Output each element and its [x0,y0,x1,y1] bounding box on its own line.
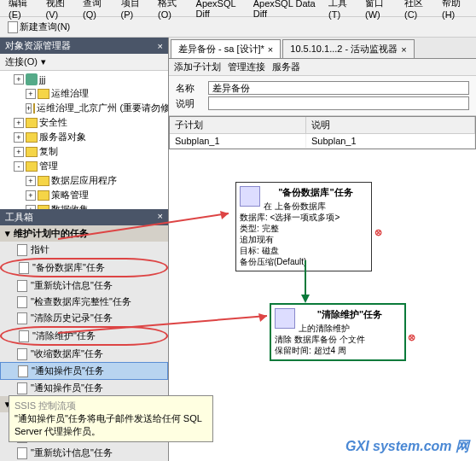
menu-item[interactable]: 窗口(W) [360,0,398,21]
object-explorer-title: 对象资源管理器 [5,39,71,52]
toolbox-item[interactable]: "清除维护"任务 [0,326,168,346]
close-icon[interactable]: × [268,44,273,55]
expander-icon[interactable]: + [26,103,32,114]
desc-input[interactable] [208,96,469,110]
expander-icon[interactable]: + [14,74,24,85]
tree-label: 策略管理 [51,189,89,201]
menu-item[interactable]: ApexSQL Diff [191,0,247,20]
expander-icon[interactable]: - [14,161,24,172]
expander-icon[interactable]: + [26,89,36,99]
manage-connections-button[interactable]: 管理连接 [228,61,265,73]
maintenance-cleanup-task[interactable]: "清除维护"任务 上的清除维护 清除 数据库备份 个文件 保留时间: 超过4 周… [270,303,406,361]
tree-node[interactable]: -管理 [2,159,166,173]
menu-item[interactable]: 工具(T) [323,0,358,21]
toolbox-header: 工具箱 × [0,209,168,225]
expander-icon[interactable]: + [14,147,24,157]
table-row[interactable]: Subplan_1 Subplan_1 [170,134,475,149]
tree-label: 管理 [39,160,58,172]
toolbox-item-label: "清除历史记录"任务 [31,312,113,324]
expander-icon[interactable]: + [14,132,24,143]
tree-label: 运维治理_北京广州 (重要请勿修改) [37,102,168,114]
close-icon[interactable]: × [401,44,406,55]
menu-item[interactable]: ApexSQL Data Diff [248,0,322,20]
delete-icon[interactable]: ⊗ [374,227,386,239]
name-label: 名称 [176,82,201,95]
tree-node[interactable]: +安全性 [2,115,166,130]
tab-design[interactable]: 差异备份 - sa [设计]* × [171,39,281,58]
dropdown-icon[interactable]: ▾ [41,56,46,67]
tree-node[interactable]: +数据层应用程序 [2,173,166,188]
toolbox-item[interactable]: "检查数据库完整性"任务 [0,294,168,310]
toolbox-item[interactable]: "备份数据库"任务 [0,258,168,277]
tree-node[interactable]: +运维治理 [2,86,166,101]
tree-label: 安全性 [39,116,67,129]
tree-node[interactable]: +策略管理 [2,188,166,202]
toolbox-tooltip: SSIS 控制流项 "通知操作员"任务将电子邮件发送给任何 SQL Server… [9,395,213,442]
task-connector [297,260,314,303]
toolbox-item[interactable]: "通知操作员"任务 [0,380,168,396]
toolbox-items: 指针"备份数据库"任务"重新统计信息"任务"检查数据库完整性"任务"清除历史记录… [0,242,168,396]
name-input[interactable] [208,81,469,95]
menu-item[interactable]: 项目(P) [116,0,152,21]
toolbox-item[interactable]: "清除历史记录"任务 [0,310,168,326]
task-detail: 类型: 完整 [240,223,368,234]
toolbox-item-label: "收缩数据库"任务 [31,347,103,360]
tooltip-text: "通知操作员"任务将电子邮件发送给任何 SQL Server 代理操作员。 [15,412,207,438]
toolbox-item-label: "备份数据库"任务 [32,261,105,274]
toolbox-item-label: "通知操作员"任务 [32,365,104,377]
object-explorer-tree[interactable]: +jjj+运维治理+运维治理_北京广州 (重要请勿修改)+安全性+服务器对象+复… [0,71,168,209]
toolbox-item[interactable]: 指针 [0,242,168,258]
delete-icon[interactable]: ⊗ [408,332,420,344]
document-icon [8,21,18,33]
toolbox-item[interactable]: "重新统计信息"任务 [0,277,168,294]
expander-icon[interactable]: + [26,176,36,186]
tree-node[interactable]: +jjj [2,73,166,86]
tree-node[interactable]: +数据收集 [2,202,166,209]
menubar: 编辑(E) 视图(V) 查询(Q) 项目(P) 格式(O) ApexSQL Di… [0,0,476,17]
tree-node[interactable]: +服务器对象 [2,130,166,144]
menu-item[interactable]: 社区(C) [399,0,435,21]
subplan-grid: 子计划 说明 Subplan_1 Subplan_1 [169,116,476,149]
toolbox-item-label: "重新统计信息"任务 [31,279,113,292]
tree-node[interactable]: +运维治理_北京广州 (重要请勿修改) [2,101,166,115]
grid-header-desc: 说明 [306,117,475,133]
chevron-down-icon: ▾ [5,228,10,239]
svg-marker-5 [258,313,267,322]
toolbox-category[interactable]: ▾ 维护计划中的任务 [0,225,168,242]
task-icon [19,330,29,342]
servers-button[interactable]: 服务器 [272,61,300,73]
object-explorer-toolbar: 连接(O) ▾ [0,54,168,71]
tree-label: 服务器对象 [39,131,86,143]
backup-database-task[interactable]: "备份数据库"任务 在 上备份数据库 数据库: <选择一项或多项> 类型: 完整… [235,182,372,271]
right-content: 差异备份 - sa [设计]* × 10.5.10.1...2 - 活动监视器 … [169,38,476,461]
close-icon[interactable]: × [158,41,163,51]
toolbox-category-label: 维护计划中的任务 [14,227,89,240]
expander-icon[interactable]: + [14,118,24,128]
connect-button[interactable]: 连接(O) [5,55,38,68]
close-icon[interactable]: × [158,211,163,224]
folder-icon [26,147,38,157]
tree-node[interactable]: +复制 [2,144,166,159]
new-query-button[interactable]: 新建查询(N) [3,18,74,36]
design-canvas[interactable]: "备份数据库"任务 在 上备份数据库 数据库: <选择一项或多项> 类型: 完整… [169,149,476,461]
grid-header-subplan: 子计划 [170,117,306,133]
designer-toolbar: 添加子计划 管理连接 服务器 [169,59,476,76]
toolbox-item-label: 指针 [31,243,49,256]
tree-label: 数据收集 [51,203,89,209]
add-subplan-button[interactable]: 添加子计划 [174,61,221,73]
toolbox-item[interactable]: "通知操作员"任务 [0,362,168,380]
toolbox-item[interactable]: "重新统计信息"任务 [0,445,168,461]
tree-label: 数据层应用程序 [51,174,117,187]
svg-marker-3 [220,211,229,219]
tab-activity-monitor[interactable]: 10.5.10.1...2 - 活动监视器 × [282,39,414,58]
toolbox-title: 工具箱 [5,211,33,224]
expander-icon[interactable]: + [26,190,36,201]
tree-label: 运维治理 [51,87,89,100]
new-query-label: 新建查询(N) [20,20,70,33]
menu-item[interactable]: 帮助(H) [437,0,473,21]
cleanup-icon [275,308,295,329]
menu-item[interactable]: 查询(Q) [78,0,114,21]
toolbox-item-label: "检查数据库完整性"任务 [31,295,131,308]
toolbox-item[interactable]: "收缩数据库"任务 [0,346,168,362]
menu-item[interactable]: 格式(O) [153,0,189,21]
